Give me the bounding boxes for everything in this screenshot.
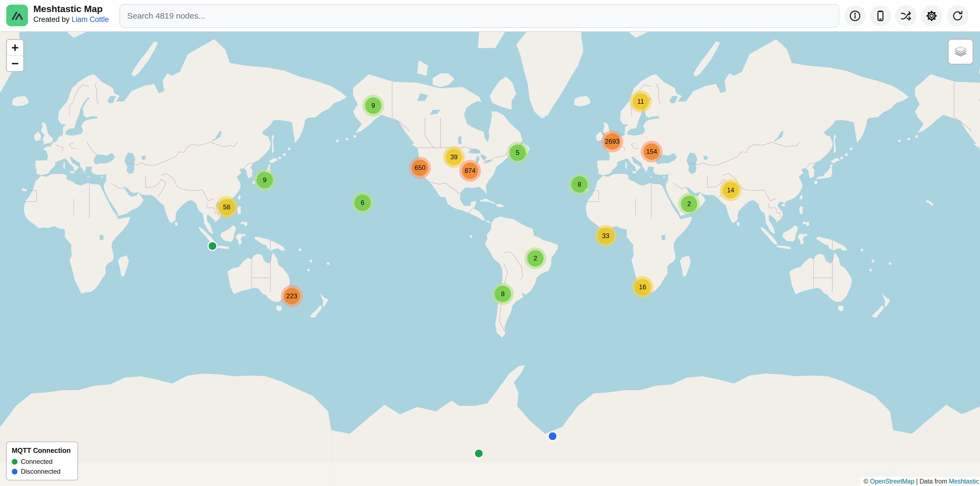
- cluster-count: 5: [509, 145, 526, 161]
- node-marker-disconnected[interactable]: [548, 431, 558, 441]
- cluster-count: 58: [218, 199, 235, 215]
- map-tiles: [0, 31, 980, 486]
- legend-title: MQTT Connection: [12, 446, 72, 454]
- cluster-count: 11: [632, 93, 649, 110]
- top-bar: Meshtastic Map Created by Liam Cottle: [0, 0, 980, 32]
- cluster-count: 2: [681, 196, 697, 212]
- openstreetmap-link[interactable]: OpenStreetMap: [870, 478, 915, 485]
- cluster-marker[interactable]: 6: [352, 192, 374, 214]
- zoom-out-button[interactable]: −: [7, 56, 23, 71]
- cluster-marker[interactable]: 8: [568, 174, 590, 195]
- cluster-marker[interactable]: 9: [254, 169, 275, 191]
- meshtastic-logo-icon: [6, 5, 28, 26]
- refresh-icon: [951, 10, 964, 22]
- legend-item: Connected: [12, 458, 72, 465]
- cluster-count: 2: [527, 250, 544, 266]
- cluster-count: 9: [256, 172, 273, 188]
- cluster-count: 223: [283, 288, 300, 304]
- settings-button[interactable]: [921, 5, 942, 27]
- zoom-in-button[interactable]: +: [7, 40, 23, 56]
- cluster-count: 9: [365, 97, 382, 114]
- cluster-marker[interactable]: 8: [492, 283, 514, 305]
- cluster-marker[interactable]: 2: [525, 247, 546, 269]
- cluster-marker[interactable]: 2: [678, 193, 700, 215]
- legend-label: Connected: [21, 458, 52, 465]
- cluster-count: 8: [495, 286, 511, 302]
- legend-dot-icon: [12, 469, 18, 475]
- byline-prefix: Created by: [33, 15, 72, 24]
- cluster-marker[interactable]: 874: [459, 160, 481, 182]
- node-marker-connected[interactable]: [208, 241, 217, 251]
- byline: Created by Liam Cottle: [33, 15, 109, 24]
- meshtastic-link[interactable]: Meshtastic: [949, 478, 979, 485]
- cluster-marker[interactable]: 154: [641, 141, 663, 163]
- legend-label: Disconnected: [21, 468, 60, 475]
- legend-item: Disconnected: [12, 468, 72, 475]
- cluster-count: 14: [722, 182, 739, 198]
- search-input[interactable]: [119, 4, 839, 28]
- info-icon: [849, 10, 861, 22]
- author-link[interactable]: Liam Cottle: [72, 15, 109, 24]
- mqtt-connection-legend: MQTT Connection ConnectedDisconnected: [6, 441, 78, 481]
- cluster-count: 6: [355, 194, 371, 211]
- zoom-control: + −: [6, 39, 24, 72]
- cluster-marker[interactable]: 16: [632, 276, 654, 298]
- cluster-count: 874: [462, 163, 478, 179]
- cluster-count: 2693: [604, 133, 620, 150]
- layers-control-button[interactable]: [948, 39, 974, 65]
- cluster-count: 154: [643, 143, 660, 160]
- layers-icon: [953, 44, 968, 59]
- cluster-count: 16: [635, 279, 651, 295]
- node-marker-connected[interactable]: [474, 448, 484, 458]
- cluster-marker[interactable]: 9: [362, 95, 384, 116]
- cluster-count: 39: [446, 149, 462, 165]
- world-map[interactable]: 939650874511269315482149586332816223 + −…: [0, 31, 980, 486]
- cluster-count: 650: [412, 159, 428, 176]
- attribution-separator: | Data from: [915, 478, 949, 485]
- cluster-marker[interactable]: 650: [409, 157, 431, 179]
- info-button[interactable]: [845, 5, 866, 27]
- copyright-text: ©: [864, 478, 870, 485]
- cluster-marker[interactable]: 223: [281, 285, 303, 307]
- cluster-count: 33: [597, 228, 614, 244]
- gear-icon: [926, 10, 938, 22]
- cluster-marker[interactable]: 58: [216, 196, 238, 218]
- cluster-marker[interactable]: 33: [595, 225, 617, 247]
- cluster-marker[interactable]: 11: [630, 91, 652, 113]
- page-title: Meshtastic Map: [33, 3, 109, 14]
- phone-icon: [875, 10, 886, 22]
- title-block: Meshtastic Map Created by Liam Cottle: [33, 3, 109, 24]
- cluster-marker[interactable]: 5: [507, 142, 528, 164]
- mobile-app-button[interactable]: [870, 5, 891, 27]
- random-node-button[interactable]: [895, 5, 916, 27]
- cluster-count: 8: [571, 176, 588, 193]
- refresh-button[interactable]: [947, 5, 968, 27]
- cluster-marker[interactable]: 2693: [601, 131, 623, 153]
- map-attribution: © OpenStreetMap | Data from Meshtastic: [860, 477, 980, 486]
- shuffle-icon: [900, 10, 912, 22]
- meshtastic-map-app: 939650874511269315482149586332816223 + −…: [0, 0, 980, 486]
- legend-dot-icon: [12, 459, 18, 465]
- cluster-marker[interactable]: 14: [720, 179, 741, 201]
